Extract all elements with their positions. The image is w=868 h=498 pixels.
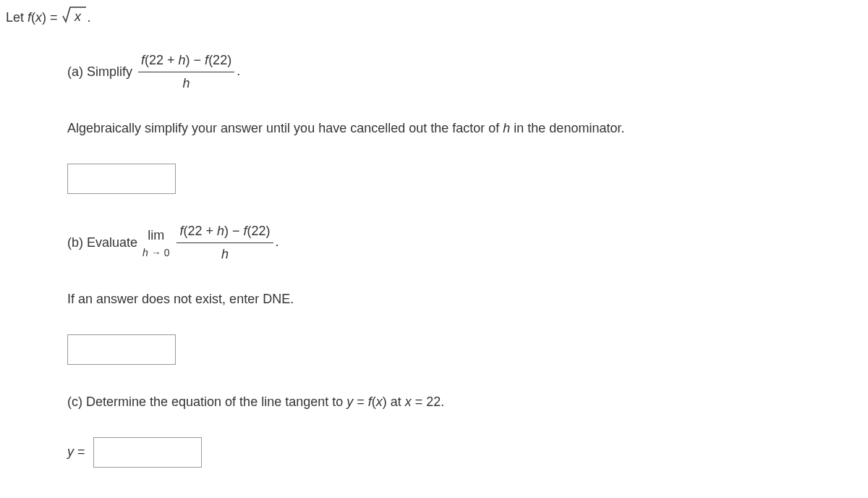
part-b-numerator: f(22 + h) − f(22) <box>176 221 273 243</box>
part-b-instruction: If an answer does not exist, enter DNE. <box>67 290 859 309</box>
limit-notation: lim h → 0 <box>142 226 169 261</box>
part-a-period: . <box>237 64 240 78</box>
part-b-question: (b) Evaluate lim h → 0 f(22 + h) − f(22)… <box>67 221 859 264</box>
part-b-period: . <box>276 235 279 249</box>
part-b-answer-row <box>67 334 859 365</box>
intro-let: Let <box>6 10 27 25</box>
part-a-instruction: Algebraically simplify your answer until… <box>67 119 859 138</box>
part-a-label: (a) Simplify <box>67 62 132 82</box>
part-b: (b) Evaluate lim h → 0 f(22 + h) − f(22)… <box>67 221 859 365</box>
svg-text:x: x <box>74 9 82 24</box>
part-a-denominator: h <box>138 72 234 93</box>
part-a-fraction: f(22 + h) − f(22) h <box>138 51 234 93</box>
part-a-answer-input[interactable] <box>67 164 176 194</box>
part-a-answer-row <box>67 164 859 194</box>
part-b-label: (b) Evaluate <box>67 233 137 253</box>
part-c: (c) Determine the equation of the line t… <box>67 392 859 468</box>
part-b-answer-input[interactable] <box>67 334 176 365</box>
part-c-answer-input[interactable] <box>93 437 202 468</box>
intro-period: . <box>88 10 91 25</box>
intro-line: Let f(x) = x. <box>6 6 859 30</box>
part-a: (a) Simplify f(22 + h) − f(22) h . Algeb… <box>67 51 859 194</box>
part-c-answer-row: y = <box>67 437 859 468</box>
part-c-y-label: y = <box>67 444 85 459</box>
part-a-numerator: f(22 + h) − f(22) <box>138 51 234 72</box>
part-b-fraction: f(22 + h) − f(22) h <box>176 221 273 264</box>
sqrt-symbol: x <box>61 6 88 30</box>
part-a-question: (a) Simplify f(22 + h) − f(22) h . <box>67 51 859 93</box>
part-c-question: (c) Determine the equation of the line t… <box>67 392 859 412</box>
part-b-denominator: h <box>176 243 273 264</box>
intro-of-x: (x) = <box>31 10 61 25</box>
